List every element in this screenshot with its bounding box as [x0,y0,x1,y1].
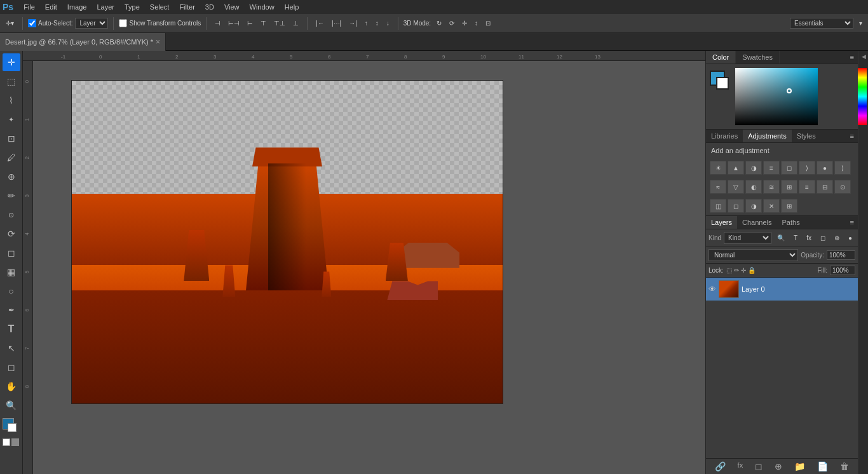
healing-brush-tool[interactable]: ⊕ [3,168,20,186]
opacity-input[interactable] [827,250,855,260]
adj-icon10[interactable]: ◻ [728,199,744,213]
eraser-tool[interactable]: ◻ [3,244,20,262]
fill-input[interactable] [830,266,855,275]
hand-tool[interactable]: ✋ [3,377,20,395]
adj-posterize[interactable]: ⊞ [781,180,797,194]
align-center-btn[interactable]: ⊢⊣ [225,18,243,29]
gradient-tool[interactable]: ▦ [3,263,20,281]
kind-option-btn[interactable]: T [790,233,801,243]
lock-all-icon[interactable]: 🔒 [748,267,756,274]
history-brush-tool[interactable]: ⟳ [3,225,20,243]
color-cursor[interactable] [787,88,792,93]
tab-styles[interactable]: Styles [792,130,821,142]
adj-channel-mixer[interactable]: ▽ [728,180,744,194]
layer-item[interactable]: 👁 Layer 0 [706,278,858,301]
align-middle-btn[interactable]: ⊤⊥ [271,18,288,29]
lock-transparency-icon[interactable]: ⬚ [726,267,732,274]
adj-icon13[interactable]: ⊞ [781,199,797,213]
bg-color-box[interactable] [716,77,729,90]
tab-paths[interactable]: Paths [777,216,805,229]
lasso-tool[interactable]: ⌇ [3,91,20,109]
text-tool[interactable]: T [3,320,20,338]
menu-image[interactable]: Image [62,2,92,12]
adj-icon9[interactable]: ◫ [710,199,726,213]
menu-type[interactable]: Type [119,2,145,12]
kind-pixel-btn[interactable]: ◻ [817,233,829,243]
adj-icon11[interactable]: ◑ [745,199,762,213]
menu-layer[interactable]: Layer [92,2,119,12]
menu-help[interactable]: Help [280,2,304,12]
dist-top-btn[interactable]: ↑ [362,18,371,29]
dodge-tool[interactable]: ○ [3,282,20,300]
document-tab[interactable]: Desert.jpg @ 66.7% (Layer 0, RGB/8#/CMYK… [0,33,166,51]
shape-tool[interactable]: ◻ [3,358,20,376]
move-tool-btn[interactable]: ✛▾ [3,18,17,29]
tab-swatches[interactable]: Swatches [736,51,780,64]
3d-scale-btn[interactable]: ⊡ [482,18,494,29]
adj-curves[interactable]: ◑ [745,161,762,175]
color-gradient-container[interactable] [735,68,854,125]
dist-bottom-btn[interactable]: ↓ [383,18,393,29]
adj-color-lookup[interactable]: ◐ [745,180,762,194]
tab-layers[interactable]: Layers [706,216,737,229]
eyedropper-tool[interactable]: 🖊 [3,149,20,166]
adj-invert[interactable]: ≋ [763,180,780,194]
lock-position-icon[interactable]: ✛ [741,267,746,274]
adj-brightness[interactable]: ☀ [710,161,726,175]
menu-filter[interactable]: Filter [174,2,200,12]
adj-photo-filter[interactable]: ≈ [710,180,726,194]
dist-h-btn[interactable]: |⋯| [329,18,344,29]
layer-new-btn[interactable]: 📄 [817,461,828,471]
adj-hue-sat[interactable]: ⟩ [799,161,815,175]
crop-tool[interactable]: ⊡ [3,130,20,147]
hue-spectrum[interactable] [858,68,867,125]
adj-icon12[interactable]: ✕ [763,199,780,213]
quick-mask-mode[interactable] [3,438,20,447]
adj-gradient-map[interactable]: ⊟ [817,180,833,194]
adj-bw[interactable]: ⟩ [834,161,851,175]
canvas-area[interactable]: -1 0 1 2 3 4 5 6 7 8 9 10 11 12 13 0 1 2… [23,51,705,474]
layer-visibility-eye[interactable]: 👁 [709,285,716,294]
menu-3d[interactable]: 3D [200,2,219,12]
foreground-bg-colors[interactable] [3,418,20,436]
pen-tool[interactable]: ✒ [3,301,20,319]
layer-mask-btn[interactable]: ◻ [755,461,763,471]
workspace-arrow-btn[interactable]: ▾ [856,18,865,29]
color-panel-menu[interactable]: ≡ [846,51,858,64]
3d-rotate-btn[interactable]: ↻ [433,18,445,29]
3d-slide-btn[interactable]: ↕ [471,18,481,29]
layers-panel-menu[interactable]: ≡ [846,216,858,229]
tab-channels[interactable]: Channels [737,216,776,229]
kind-fx-btn[interactable]: fx [803,233,815,243]
tab-adjustments[interactable]: Adjustments [743,130,792,142]
brush-tool[interactable]: ✏ [3,187,20,205]
adj-levels[interactable]: ▲ [728,161,744,175]
color-saturation-brightness[interactable] [735,68,818,125]
document-close-btn[interactable]: × [156,37,160,46]
menu-file[interactable]: File [18,2,40,12]
layer-adj-btn[interactable]: ⊕ [775,461,782,471]
color-fg-bg-swatches[interactable] [710,71,731,92]
dist-v-btn[interactable]: ↕ [372,18,382,29]
path-selection-tool[interactable]: ↖ [3,339,20,357]
3d-pan-btn[interactable]: ⟳ [446,18,458,29]
kind-filter-btn[interactable]: 🔍 [774,233,788,243]
layer-fx-btn[interactable]: fx [738,461,743,471]
menu-view[interactable]: View [219,2,245,12]
adj-exposure[interactable]: ≡ [763,161,780,175]
align-bottom-btn[interactable]: ⊥ [290,18,302,29]
zoom-tool[interactable]: 🔍 [3,396,20,414]
kind-select[interactable]: Kind [724,232,771,244]
adj-selective-color[interactable]: ⊙ [834,180,851,194]
dist-left-btn[interactable]: |← [313,18,327,29]
canvas-document[interactable] [71,80,503,404]
align-right-btn[interactable]: ⊢ [244,18,256,29]
quick-selection-tool[interactable]: ✦ [3,111,20,128]
menu-edit[interactable]: Edit [40,2,62,12]
lock-image-icon[interactable]: ✏ [734,267,739,274]
adj-panel-menu[interactable]: ≡ [846,130,858,142]
show-transform-checkbox[interactable] [119,19,127,27]
auto-select-checkbox[interactable] [28,19,36,27]
tab-color[interactable]: Color [706,51,736,64]
layer-folder-btn[interactable]: 📁 [794,461,805,471]
